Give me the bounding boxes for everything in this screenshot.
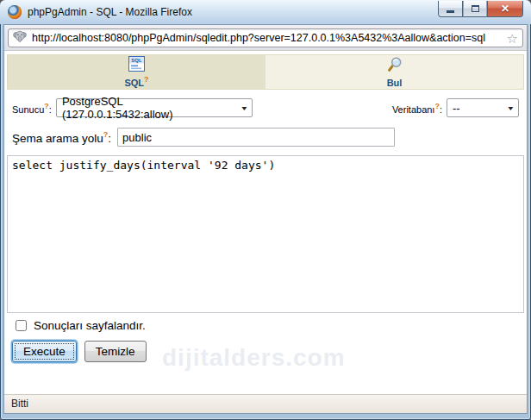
browser-client-area: http://localhost:8080/phpPgAdmin/sqledit… (3, 24, 528, 414)
bookmark-star-icon[interactable]: ☆ (507, 32, 518, 45)
clear-button[interactable]: Temizle (84, 341, 147, 362)
url-input[interactable]: http://localhost:8080/phpPgAdmin/sqledit… (8, 28, 523, 47)
chevron-down-icon: ▼ (241, 105, 249, 111)
server-label: Sunucu?: (12, 102, 52, 115)
chevron-down-icon: ▼ (507, 105, 515, 111)
database-label: Veritabanı?: (392, 102, 442, 115)
paginate-label: Sonuçları sayfalandır. (34, 319, 146, 332)
titlebar[interactable]: phpPgAdmin - SQL - Mozilla Firefox ✕ (0, 0, 531, 24)
server-database-row: Sunucu?: PostgreSQL (127.0.0.1:5432:allo… (4, 98, 527, 117)
sql-query-textarea[interactable]: select justify_days(interval '92 days') (7, 155, 524, 313)
url-text: http://localhost:8080/phpPgAdmin/sqledit… (32, 32, 502, 44)
paginate-row: Sonuçları sayfalandır. (16, 319, 527, 332)
close-button[interactable]: ✕ (487, 1, 523, 17)
tab-sql-label: SQL? (124, 76, 148, 88)
tab-bar: SQL SQL? Bul (7, 54, 524, 90)
svg-text:SQL: SQL (131, 58, 142, 63)
maximize-button[interactable] (463, 1, 487, 17)
minimize-icon (447, 10, 454, 13)
tab-find[interactable]: Bul (266, 55, 523, 89)
firefox-window: phpPgAdmin - SQL - Mozilla Firefox ✕ (0, 0, 531, 420)
schema-search-path-input[interactable] (117, 128, 395, 147)
sql-document-icon: SQL (128, 56, 145, 75)
firefox-icon (8, 5, 22, 19)
database-select[interactable]: -- ▼ (447, 98, 519, 117)
location-bar: http://localhost:8080/phpPgAdmin/sqledit… (4, 25, 527, 51)
window-title: phpPgAdmin - SQL - Mozilla Firefox (28, 6, 192, 18)
tab-sql[interactable]: SQL SQL? (8, 55, 266, 89)
magnifier-icon (386, 56, 403, 77)
database-select-value: -- (453, 102, 460, 115)
action-buttons: Execute Temizle (12, 341, 527, 362)
postgresql-favicon (13, 29, 27, 47)
maximize-icon (472, 5, 479, 12)
close-icon: ✕ (501, 3, 509, 15)
status-bar: Bitti (4, 394, 527, 413)
status-text: Bitti (11, 398, 28, 410)
schema-row: Şema arama yolu?: (4, 128, 527, 147)
schema-label: Şema arama yolu?: (12, 130, 111, 145)
execute-button[interactable]: Execute (12, 341, 77, 362)
window-controls: ✕ (438, 1, 523, 17)
minimize-button[interactable] (438, 1, 463, 17)
phppgadmin-page: SQL SQL? Bul (4, 51, 527, 394)
tab-find-label: Bul (387, 78, 403, 88)
sql-help-link[interactable]: ? (144, 75, 149, 84)
server-select[interactable]: PostgreSQL (127.0.0.1:5432:allow) ▼ (56, 98, 253, 117)
paginate-checkbox[interactable] (16, 320, 27, 331)
server-select-value: PostgreSQL (127.0.0.1:5432:allow) (62, 95, 234, 121)
